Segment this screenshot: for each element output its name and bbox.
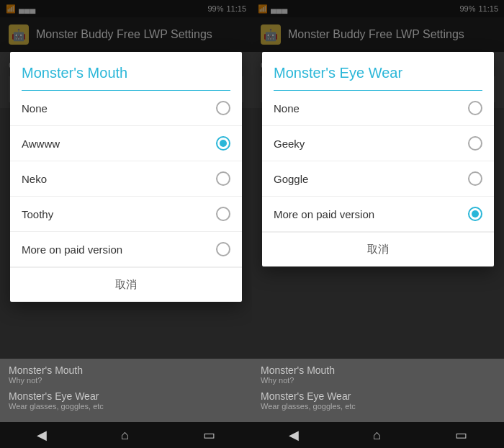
option-awwww-left[interactable]: Awwww bbox=[10, 126, 242, 161]
bottom-eyewear-title-left: Monster's Eye Wear bbox=[9, 390, 243, 402]
dialog-left: Monster's Mouth None Awwww Neko Toothy M… bbox=[10, 52, 242, 302]
option-none-label-right: None bbox=[274, 102, 300, 115]
bottom-eyewear-title-right: Monster's Eye Wear bbox=[261, 390, 495, 402]
left-phone-panel: 📶 ▄▄▄ 99% 11:15 🤖 Monster Buddy Free LWP… bbox=[0, 0, 252, 448]
right-phone-panel: 📶 ▄▄▄ 99% 11:15 🤖 Monster Buddy Free LWP… bbox=[252, 0, 504, 448]
option-goggle-right[interactable]: Goggle bbox=[262, 161, 494, 197]
bottom-item-mouth-right: Monster's Mouth Why not? bbox=[261, 364, 495, 385]
bottom-mouth-title-left: Monster's Mouth bbox=[9, 364, 243, 376]
cancel-button-right[interactable]: 取消 bbox=[262, 232, 494, 266]
radio-geeky-right[interactable] bbox=[468, 136, 482, 151]
nav-bar-right: ◀ ⌂ ▭ bbox=[252, 422, 504, 448]
bottom-mouth-title-right: Monster's Mouth bbox=[261, 364, 495, 376]
option-toothy-left[interactable]: Toothy bbox=[10, 197, 242, 232]
radio-neko-left[interactable] bbox=[216, 171, 230, 186]
radio-paid-left[interactable] bbox=[216, 242, 230, 256]
option-neko-label-left: Neko bbox=[22, 173, 47, 185]
home-icon-right[interactable]: ⌂ bbox=[373, 428, 381, 443]
radio-toothy-left[interactable] bbox=[216, 207, 230, 221]
bottom-item-mouth-left: Monster's Mouth Why not? bbox=[9, 364, 243, 385]
bottom-mouth-sub-left: Why not? bbox=[9, 376, 243, 385]
bottom-section-right: Monster's Mouth Why not? Monster's Eye W… bbox=[252, 359, 504, 422]
radio-goggle-right[interactable] bbox=[468, 171, 482, 186]
option-geeky-label-right: Geeky bbox=[274, 138, 305, 150]
cancel-button-left[interactable]: 取消 bbox=[10, 267, 242, 302]
option-paid-left[interactable]: More on paid version bbox=[10, 232, 242, 267]
bottom-eyewear-sub-left: Wear glasses, goggles, etc bbox=[9, 402, 243, 411]
bottom-item-eyewear-left: Monster's Eye Wear Wear glasses, goggles… bbox=[9, 390, 243, 411]
radio-none-left[interactable] bbox=[216, 101, 230, 115]
option-toothy-label-left: Toothy bbox=[22, 208, 53, 220]
option-paid-right[interactable]: More on paid version bbox=[262, 197, 494, 232]
bottom-mouth-sub-right: Why not? bbox=[261, 376, 495, 385]
back-icon-right[interactable]: ◀ bbox=[289, 427, 299, 443]
radio-none-right[interactable] bbox=[468, 101, 482, 115]
dialog-title-right: Monster's Eye Wear bbox=[262, 52, 494, 90]
option-neko-left[interactable]: Neko bbox=[10, 161, 242, 197]
radio-paid-right[interactable] bbox=[468, 207, 482, 221]
back-icon-left[interactable]: ◀ bbox=[37, 427, 47, 443]
recent-icon-left[interactable]: ▭ bbox=[203, 427, 215, 443]
home-icon-left[interactable]: ⌂ bbox=[121, 428, 129, 443]
option-paid-label-right: More on paid version bbox=[274, 208, 374, 220]
bottom-section-left: Monster's Mouth Why not? Monster's Eye W… bbox=[0, 359, 252, 422]
radio-awwww-left[interactable] bbox=[216, 136, 230, 151]
option-awwww-label-left: Awwww bbox=[22, 138, 60, 150]
option-none-right[interactable]: None bbox=[262, 91, 494, 126]
option-paid-label-left: More on paid version bbox=[22, 243, 122, 256]
nav-bar-left: ◀ ⌂ ▭ bbox=[0, 422, 252, 448]
option-none-left[interactable]: None bbox=[10, 91, 242, 126]
option-none-label-left: None bbox=[22, 102, 48, 115]
recent-icon-right[interactable]: ▭ bbox=[455, 427, 467, 443]
option-geeky-right[interactable]: Geeky bbox=[262, 126, 494, 161]
bottom-eyewear-sub-right: Wear glasses, goggles, etc bbox=[261, 402, 495, 411]
option-goggle-label-right: Goggle bbox=[274, 173, 308, 185]
dialog-right: Monster's Eye Wear None Geeky Goggle Mor… bbox=[262, 52, 494, 266]
dialog-title-left: Monster's Mouth bbox=[10, 52, 242, 90]
bottom-item-eyewear-right: Monster's Eye Wear Wear glasses, goggles… bbox=[261, 390, 495, 411]
